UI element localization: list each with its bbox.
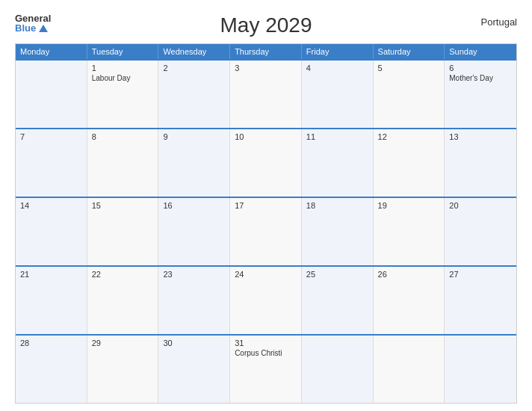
day-number: 15: [92, 201, 154, 210]
day-number: 2: [163, 64, 225, 72]
header: General Blue May 2029 Portugal: [15, 13, 517, 37]
day-number: 27: [449, 270, 512, 279]
day-number: 12: [378, 132, 440, 141]
cal-cell: 10: [230, 129, 302, 197]
cal-cell: [374, 336, 445, 403]
week-row-4: 21222324252627: [16, 265, 516, 334]
week-row-5: 28293031Corpus Christi: [16, 334, 516, 403]
day-number: 25: [306, 270, 368, 279]
page: General Blue May 2029 Portugal MondayTue…: [0, 0, 532, 411]
cal-cell: 13: [445, 129, 516, 197]
day-number: 22: [92, 270, 154, 279]
cal-cell: 30: [158, 336, 230, 403]
day-header-friday: Friday: [302, 44, 374, 59]
week-row-3: 14151617181920: [16, 197, 516, 265]
calendar: MondayTuesdayWednesdayThursdayFridaySatu…: [15, 43, 517, 404]
cal-cell: [302, 336, 374, 403]
cal-cell: 23: [158, 267, 230, 334]
day-header-tuesday: Tuesday: [87, 44, 159, 59]
cal-cell: 9: [158, 129, 230, 197]
day-number: 30: [163, 339, 225, 347]
day-number: 23: [163, 270, 225, 279]
cal-cell: 14: [16, 198, 87, 265]
day-number: 24: [235, 270, 297, 279]
cal-cell: 11: [302, 129, 374, 197]
day-number: 20: [449, 201, 512, 210]
day-number: 9: [163, 132, 225, 141]
day-number: 14: [20, 201, 82, 210]
cal-cell: 21: [16, 267, 87, 334]
logo: General Blue: [15, 13, 51, 33]
logo-triangle-icon: [39, 25, 48, 32]
day-header-saturday: Saturday: [374, 44, 445, 59]
cal-cell: 16: [158, 198, 230, 265]
day-number: 31: [235, 339, 297, 347]
day-number: 11: [306, 132, 368, 141]
cal-cell: 8: [87, 129, 159, 197]
day-number: 10: [235, 132, 297, 141]
day-number: 4: [306, 64, 368, 72]
holiday-label: Corpus Christi: [235, 349, 297, 358]
day-number: 18: [306, 201, 368, 210]
day-number: 8: [92, 132, 154, 141]
cal-cell: 3: [230, 61, 302, 128]
day-header-thursday: Thursday: [230, 44, 302, 59]
day-number: 7: [20, 132, 82, 141]
day-header-monday: Monday: [16, 44, 87, 59]
week-row-1: 1Labour Day23456Mother's Day: [16, 59, 516, 128]
calendar-body: 1Labour Day23456Mother's Day789101112131…: [16, 59, 516, 403]
calendar-title: May 2029: [51, 13, 480, 37]
cal-cell: 22: [87, 267, 159, 334]
cal-cell: 28: [16, 336, 87, 403]
cal-cell: 4: [302, 61, 374, 128]
day-number: 26: [378, 270, 440, 279]
holiday-label: Mother's Day: [449, 74, 512, 83]
cal-cell: 7: [16, 129, 87, 197]
day-number: 21: [20, 270, 82, 279]
cal-cell: 27: [445, 267, 516, 334]
cal-cell: 18: [302, 198, 374, 265]
day-number: 28: [20, 339, 82, 347]
day-number: 17: [235, 201, 297, 210]
cal-cell: 6Mother's Day: [445, 61, 516, 128]
week-row-2: 78910111213: [16, 128, 516, 197]
day-number: 3: [235, 64, 297, 72]
calendar-header-row: MondayTuesdayWednesdayThursdayFridaySatu…: [16, 44, 516, 59]
cal-cell: 2: [158, 61, 230, 128]
cal-cell: 1Labour Day: [87, 61, 159, 128]
cal-cell: 17: [230, 198, 302, 265]
day-header-sunday: Sunday: [445, 44, 516, 59]
cal-cell: 15: [87, 198, 159, 265]
cal-cell: 24: [230, 267, 302, 334]
holiday-label: Labour Day: [92, 74, 154, 83]
day-number: 13: [449, 132, 512, 141]
day-number: 16: [163, 201, 225, 210]
cal-cell: 31Corpus Christi: [230, 336, 302, 403]
cal-cell: [445, 336, 516, 403]
country-label: Portugal: [481, 13, 517, 28]
cal-cell: 26: [374, 267, 445, 334]
day-number: 1: [92, 64, 154, 72]
cal-cell: 19: [374, 198, 445, 265]
logo-blue-text: Blue: [15, 23, 48, 33]
cal-cell: 20: [445, 198, 516, 265]
day-header-wednesday: Wednesday: [158, 44, 230, 59]
day-number: 6: [449, 64, 512, 72]
cal-cell: 25: [302, 267, 374, 334]
cal-cell: 29: [87, 336, 159, 403]
day-number: 19: [378, 201, 440, 210]
day-number: 29: [92, 339, 154, 347]
day-number: 5: [378, 64, 440, 72]
cal-cell: [16, 61, 87, 128]
cal-cell: 5: [374, 61, 445, 128]
cal-cell: 12: [374, 129, 445, 197]
